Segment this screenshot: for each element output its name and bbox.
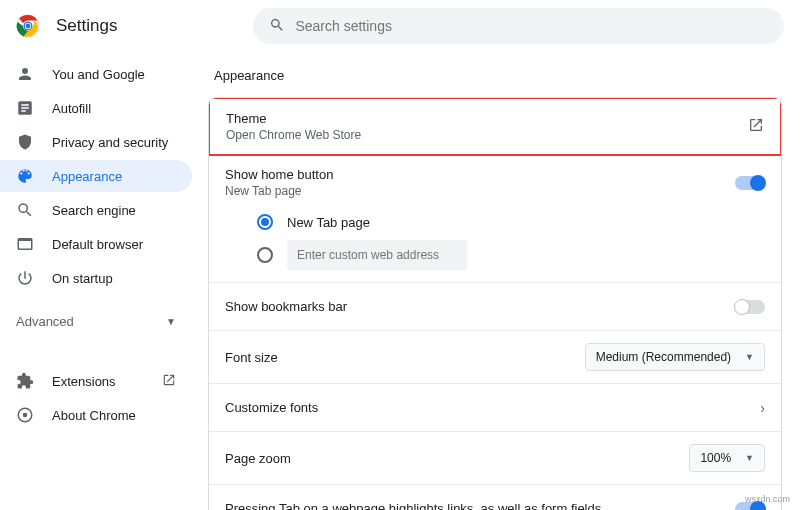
sidebar-item-search-engine[interactable]: Search engine: [0, 194, 192, 226]
autofill-icon: [16, 99, 34, 117]
chevron-down-icon: ▼: [166, 316, 176, 327]
zoom-value: 100%: [700, 451, 731, 465]
fontsize-select[interactable]: Medium (Recommended) ▼: [585, 343, 765, 371]
sidebar-item-on-startup[interactable]: On startup: [0, 262, 192, 294]
sidebar-item-about[interactable]: About Chrome: [0, 399, 192, 431]
show-home-label: Show home button: [225, 167, 723, 182]
watermark: wsxdn.com: [745, 494, 790, 504]
person-icon: [16, 65, 34, 83]
sidebar-item-label: You and Google: [52, 67, 145, 82]
fontsize-label: Font size: [225, 350, 573, 365]
bookmarks-toggle[interactable]: [735, 300, 765, 314]
zoom-row: Page zoom 100% ▼: [209, 432, 781, 485]
svg-point-6: [23, 413, 28, 418]
sidebar-item-extensions[interactable]: Extensions: [0, 365, 192, 397]
advanced-toggle[interactable]: Advanced ▼: [0, 302, 192, 341]
sidebar-item-label: Autofill: [52, 101, 91, 116]
sidebar-item-default-browser[interactable]: Default browser: [0, 228, 192, 260]
chevron-right-icon: ›: [760, 400, 765, 416]
chrome-outline-icon: [16, 406, 34, 424]
home-option-newtab-label: New Tab page: [287, 215, 370, 230]
open-external-icon: [748, 117, 764, 136]
browser-icon: [16, 235, 34, 253]
theme-row[interactable]: Theme Open Chrome Web Store: [210, 99, 780, 154]
open-external-icon: [162, 373, 176, 390]
chevron-down-icon: ▼: [745, 352, 754, 362]
show-home-row: Show home button New Tab page: [209, 155, 781, 210]
sidebar-item-privacy[interactable]: Privacy and security: [0, 126, 192, 158]
sidebar-item-label: Search engine: [52, 203, 136, 218]
chrome-logo-icon: [16, 14, 40, 38]
theme-label: Theme: [226, 111, 736, 126]
search-input[interactable]: [295, 18, 768, 34]
fontsize-value: Medium (Recommended): [596, 350, 731, 364]
search-settings[interactable]: [253, 8, 784, 44]
chevron-down-icon: ▼: [745, 453, 754, 463]
show-home-sublabel: New Tab page: [225, 184, 723, 198]
theme-sublabel: Open Chrome Web Store: [226, 128, 736, 142]
custom-address-input[interactable]: [287, 240, 467, 270]
home-option-custom[interactable]: [257, 240, 765, 270]
customfonts-row[interactable]: Customize fonts ›: [209, 384, 781, 432]
radio-unselected-icon: [257, 247, 273, 263]
advanced-label: Advanced: [16, 314, 74, 329]
sidebar-item-label: Appearance: [52, 169, 122, 184]
sidebar-item-label: On startup: [52, 271, 113, 286]
svg-point-4: [26, 24, 31, 29]
customfonts-label: Customize fonts: [225, 400, 748, 415]
zoom-select[interactable]: 100% ▼: [689, 444, 765, 472]
extension-icon: [16, 372, 34, 390]
tab-highlight-row: Pressing Tab on a webpage highlights lin…: [209, 485, 781, 510]
page-title: Settings: [56, 16, 117, 36]
sidebar-item-label: Extensions: [52, 374, 116, 389]
sidebar-item-label: About Chrome: [52, 408, 136, 423]
bookmarks-label: Show bookmarks bar: [225, 299, 723, 314]
search-engine-icon: [16, 201, 34, 219]
sidebar-item-label: Privacy and security: [52, 135, 168, 150]
appearance-icon: [16, 167, 34, 185]
radio-selected-icon: [257, 214, 273, 230]
tab-highlight-label: Pressing Tab on a webpage highlights lin…: [225, 501, 723, 510]
shield-icon: [16, 133, 34, 151]
sidebar-item-you-and-google[interactable]: You and Google: [0, 58, 192, 90]
power-icon: [16, 269, 34, 287]
sidebar-item-appearance[interactable]: Appearance: [0, 160, 192, 192]
section-title: Appearance: [214, 68, 782, 83]
sidebar-item-label: Default browser: [52, 237, 143, 252]
search-icon: [269, 17, 285, 36]
sidebar-item-autofill[interactable]: Autofill: [0, 92, 192, 124]
bookmarks-row: Show bookmarks bar: [209, 283, 781, 331]
show-home-toggle[interactable]: [735, 176, 765, 190]
fontsize-row: Font size Medium (Recommended) ▼: [209, 331, 781, 384]
zoom-label: Page zoom: [225, 451, 677, 466]
home-option-newtab[interactable]: New Tab page: [257, 214, 765, 230]
